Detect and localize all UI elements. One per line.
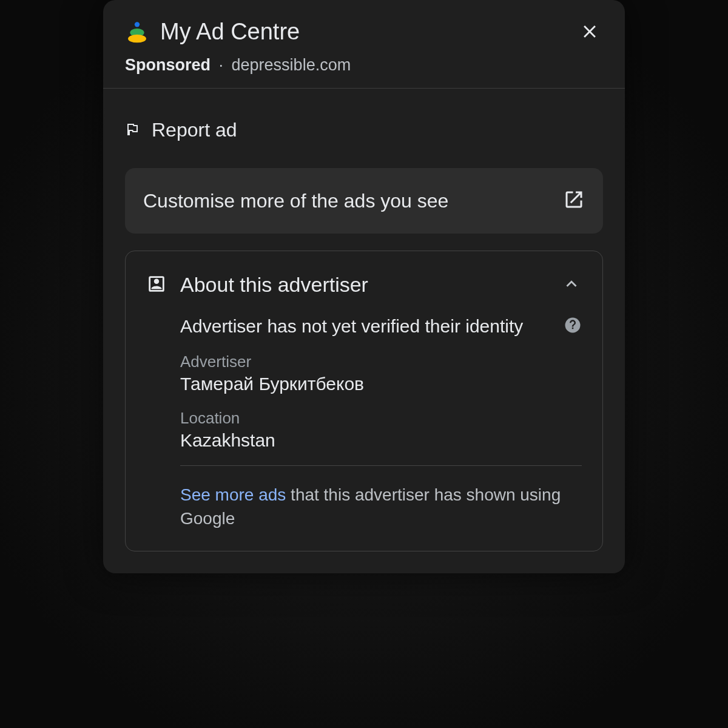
help-icon[interactable] xyxy=(564,316,582,337)
report-ad-button[interactable]: Report ad xyxy=(125,89,603,168)
flag-icon xyxy=(125,122,140,139)
ad-centre-logo-icon xyxy=(125,19,149,44)
divider xyxy=(180,465,582,466)
panel-title: My Ad Centre xyxy=(160,19,300,45)
chevron-up-icon xyxy=(561,274,582,297)
svg-point-0 xyxy=(135,22,140,27)
customise-ads-button[interactable]: Customise more of the ads you see xyxy=(125,168,603,234)
advertiser-domain: depressible.com xyxy=(232,56,351,74)
advertiser-name: Тамерай Буркитбеков xyxy=(180,374,582,394)
see-more-ads-line: See more ads that this advertiser has sh… xyxy=(180,483,582,530)
close-icon xyxy=(579,21,600,42)
see-more-ads-link[interactable]: See more ads xyxy=(180,485,286,504)
about-advertiser-toggle[interactable]: About this advertiser xyxy=(146,273,582,297)
sponsored-label: Sponsored xyxy=(125,56,211,74)
advertiser-field-label: Advertiser xyxy=(180,352,582,371)
ad-centre-panel: My Ad Centre Sponsored · depressible.com… xyxy=(103,0,625,573)
close-button[interactable] xyxy=(576,18,603,45)
location-value: Kazakhstan xyxy=(180,430,582,451)
report-ad-label: Report ad xyxy=(152,119,237,141)
verification-status: Advertiser has not yet verified their id… xyxy=(180,314,553,339)
about-advertiser-title: About this advertiser xyxy=(180,273,548,297)
location-field-label: Location xyxy=(180,409,582,428)
customise-ads-label: Customise more of the ads you see xyxy=(143,190,448,212)
panel-header: My Ad Centre Sponsored · depressible.com xyxy=(103,0,625,89)
open-external-icon xyxy=(563,189,585,213)
about-advertiser-card: About this advertiser Advertiser has not… xyxy=(125,251,603,551)
person-box-icon xyxy=(146,274,167,297)
sponsored-line: Sponsored · depressible.com xyxy=(125,56,603,75)
